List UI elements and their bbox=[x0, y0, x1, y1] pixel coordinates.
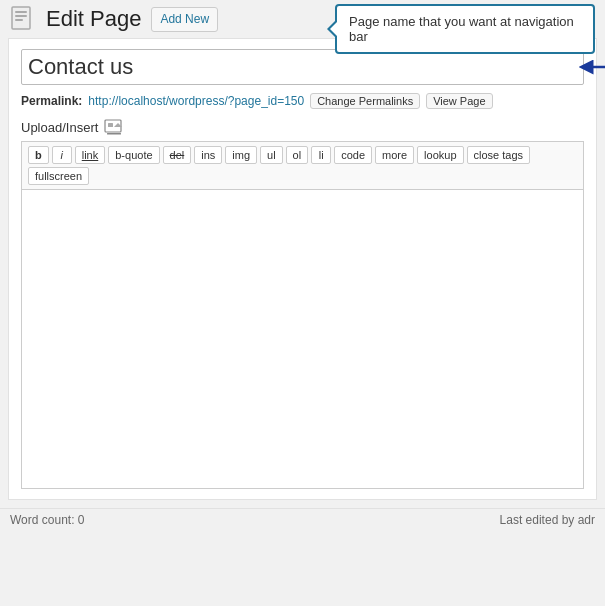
page-name-row bbox=[21, 49, 584, 85]
page-icon bbox=[10, 6, 36, 32]
toolbar-italic[interactable]: i bbox=[52, 146, 72, 164]
toolbar-del[interactable]: del bbox=[163, 146, 192, 164]
toolbar-ol[interactable]: ol bbox=[286, 146, 309, 164]
svg-rect-2 bbox=[15, 15, 27, 17]
toolbar-ins[interactable]: ins bbox=[194, 146, 222, 164]
permalink-url: http://localhost/wordpress/?page_id=150 bbox=[88, 94, 304, 108]
last-edited: Last edited by adr bbox=[500, 513, 595, 527]
toolbar-link[interactable]: link bbox=[75, 146, 106, 164]
svg-rect-6 bbox=[108, 123, 113, 127]
word-count: Word count: 0 bbox=[10, 513, 84, 527]
svg-rect-0 bbox=[12, 7, 30, 29]
page-name-input[interactable] bbox=[21, 49, 584, 85]
svg-rect-1 bbox=[15, 11, 27, 13]
toolbar-ul[interactable]: ul bbox=[260, 146, 283, 164]
page-wrapper: Edit Page Add New Page name that you wan… bbox=[0, 0, 605, 606]
toolbar-bquote[interactable]: b-quote bbox=[108, 146, 159, 164]
toolbar-li[interactable]: li bbox=[311, 146, 331, 164]
tooltip-text: Page name that you want at navigation ba… bbox=[349, 14, 574, 44]
tooltip-callout: Page name that you want at navigation ba… bbox=[335, 4, 595, 54]
add-new-button[interactable]: Add New bbox=[151, 7, 218, 32]
permalink-label: Permalink: bbox=[21, 94, 82, 108]
editor-area[interactable] bbox=[21, 189, 584, 489]
page-header: Edit Page Add New Page name that you wan… bbox=[0, 0, 605, 38]
view-page-button[interactable]: View Page bbox=[426, 93, 492, 109]
toolbar-code[interactable]: code bbox=[334, 146, 372, 164]
upload-insert-row: Upload/Insert bbox=[21, 119, 584, 135]
toolbar-img[interactable]: img bbox=[225, 146, 257, 164]
editor-toolbar: b i link b-quote del ins img ul ol li co… bbox=[21, 141, 584, 189]
svg-rect-3 bbox=[15, 19, 23, 21]
page-title: Edit Page bbox=[46, 6, 141, 32]
upload-insert-label: Upload/Insert bbox=[21, 120, 98, 135]
toolbar-more[interactable]: more bbox=[375, 146, 414, 164]
svg-rect-8 bbox=[107, 133, 121, 135]
main-content: Permalink: http://localhost/wordpress/?p… bbox=[8, 38, 597, 500]
toolbar-close-tags[interactable]: close tags bbox=[467, 146, 531, 164]
change-permalinks-button[interactable]: Change Permalinks bbox=[310, 93, 420, 109]
toolbar-fullscreen[interactable]: fullscreen bbox=[28, 167, 89, 185]
editor-footer: Word count: 0 Last edited by adr bbox=[0, 508, 605, 531]
toolbar-bold[interactable]: b bbox=[28, 146, 49, 164]
upload-icon[interactable] bbox=[104, 119, 124, 135]
toolbar-lookup[interactable]: lookup bbox=[417, 146, 463, 164]
arrow-annotation bbox=[578, 55, 605, 79]
permalink-row: Permalink: http://localhost/wordpress/?p… bbox=[21, 93, 584, 109]
